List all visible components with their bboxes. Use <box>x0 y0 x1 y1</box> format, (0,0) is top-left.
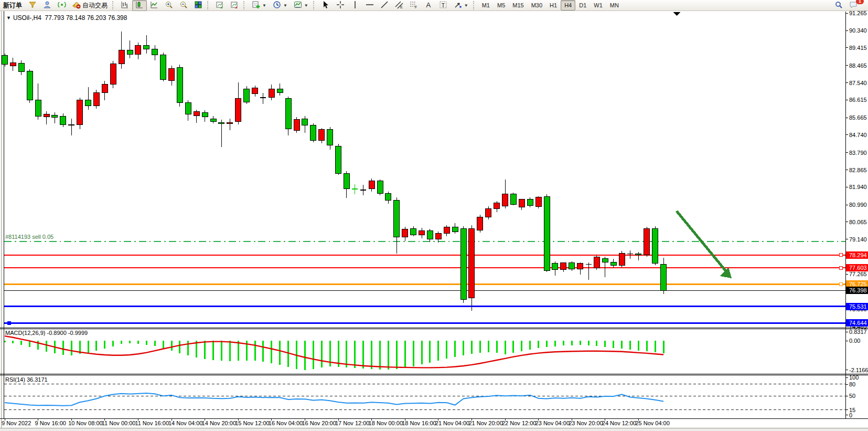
autotrading-icon <box>72 1 81 10</box>
zoom-out-button[interactable] <box>176 0 191 11</box>
candle-body <box>469 228 475 298</box>
market-filter-button[interactable] <box>25 0 40 11</box>
line-handle <box>839 282 842 286</box>
autotrading-button[interactable]: 自动交易 <box>69 0 111 11</box>
svg-text:85.665: 85.665 <box>849 114 867 121</box>
candle-body <box>310 125 316 140</box>
candle-body <box>602 259 608 262</box>
price-badge-label: 76.398 <box>849 287 867 293</box>
candle-body <box>110 64 116 85</box>
arrows-tool-button[interactable]: ▼ <box>451 0 471 11</box>
trendline-tool-button[interactable] <box>377 0 392 11</box>
candle-body <box>177 67 183 102</box>
svg-text:77.265: 77.265 <box>849 271 867 277</box>
svg-text:17 Nov 12:00: 17 Nov 12:00 <box>335 420 369 426</box>
svg-text:0.8317: 0.8317 <box>849 329 867 335</box>
candle-body <box>494 203 500 208</box>
candle-body <box>394 201 400 237</box>
profile-button[interactable] <box>40 0 55 11</box>
horizontal-line-tool-button[interactable] <box>362 0 377 11</box>
svg-text:79.140: 79.140 <box>849 236 867 243</box>
chat-button[interactable]: 1 <box>846 0 861 11</box>
line-chart-button[interactable] <box>147 0 162 11</box>
chart-canvas[interactable]: 91.26590.34089.41588.46587.54086.61585.6… <box>0 0 868 431</box>
bar-chart-icon <box>121 1 129 10</box>
timeframe-m30-button[interactable]: M30 <box>528 0 546 10</box>
chat-badge: 1 <box>856 0 864 4</box>
candle-body <box>477 217 483 230</box>
candle-body <box>202 113 208 117</box>
svg-text:84.740: 84.740 <box>849 132 867 138</box>
candle-body <box>510 194 516 205</box>
vertical-line-tool-button[interactable] <box>348 0 362 11</box>
zoom-in-button[interactable] <box>162 0 176 11</box>
svg-text:100: 100 <box>849 374 859 381</box>
tile-windows-button[interactable] <box>191 0 206 11</box>
svg-text:16 Nov 20:00: 16 Nov 20:00 <box>302 420 336 426</box>
price-badge-label: 74.644 <box>849 320 867 326</box>
candle-body <box>636 254 641 255</box>
text-tool-button[interactable]: A <box>421 0 436 11</box>
channel-tool-button[interactable]: E <box>392 0 406 11</box>
candle-body <box>411 228 416 235</box>
template-button[interactable]: ▼ <box>291 0 312 11</box>
svg-text:11 Nov 16:00: 11 Nov 16:00 <box>135 420 169 426</box>
arrange-charts-button[interactable] <box>212 0 227 11</box>
new-order-button[interactable]: 新订单 <box>0 0 25 11</box>
timeframe-mn-button[interactable]: MN <box>606 0 623 10</box>
trendline-icon <box>380 1 389 10</box>
timeframe-h4-button[interactable]: H4 <box>561 0 575 10</box>
signals-button[interactable] <box>55 0 69 11</box>
svg-text:90.340: 90.340 <box>849 27 867 34</box>
cascade-charts-button[interactable] <box>227 0 242 11</box>
candle-body <box>294 119 299 130</box>
svg-text:82.865: 82.865 <box>849 167 867 173</box>
fibonacci-tool-button[interactable]: F <box>406 0 421 11</box>
candle-body <box>127 50 133 55</box>
timeframe-m5-button[interactable]: M5 <box>494 0 509 10</box>
candle-body <box>544 197 550 271</box>
candle-body <box>227 123 233 124</box>
candle-body <box>419 230 425 235</box>
cursor-tool-button[interactable] <box>318 0 333 11</box>
bar-chart-button[interactable] <box>117 0 132 11</box>
autotrading-label: 自动交易 <box>82 1 108 10</box>
svg-text:80.990: 80.990 <box>849 202 867 208</box>
timeframe-w1-button[interactable]: W1 <box>590 0 606 10</box>
period-button[interactable]: ▼ <box>270 0 291 11</box>
svg-text:E: E <box>400 5 403 9</box>
candlestick-chart-button[interactable] <box>132 0 147 11</box>
timeframe-h1-button[interactable]: H1 <box>546 0 561 10</box>
svg-text:86.615: 86.615 <box>849 97 867 103</box>
svg-text:9 Nov 2022: 9 Nov 2022 <box>2 420 31 426</box>
chevron-down-icon: ▼ <box>262 3 266 8</box>
signals-icon <box>58 1 66 10</box>
svg-text:16 Nov 04:00: 16 Nov 04:00 <box>269 420 303 426</box>
arrows-icon <box>454 1 462 10</box>
timeframe-d1-button[interactable]: D1 <box>575 0 590 10</box>
candle-body <box>561 263 566 270</box>
tile-windows-icon <box>194 1 202 10</box>
text-label-tool-button[interactable]: T <box>436 0 451 11</box>
crosshair-icon <box>336 1 345 10</box>
vertical-line-icon <box>351 1 359 10</box>
line-handle <box>839 266 842 269</box>
svg-text:23 Nov 04:00: 23 Nov 04:00 <box>535 420 570 426</box>
candle-body <box>569 263 575 269</box>
crosshair-tool-button[interactable] <box>333 0 348 11</box>
timeframe-m15-button[interactable]: M15 <box>509 0 527 10</box>
search-button[interactable] <box>831 0 846 11</box>
svg-text:11 Nov 00:00: 11 Nov 00:00 <box>102 420 136 426</box>
candle-body <box>244 89 250 102</box>
new-chart-button[interactable]: ▼ <box>249 0 270 11</box>
timeframe-m1-button[interactable]: M1 <box>478 0 494 10</box>
svg-text:T: T <box>441 2 445 8</box>
horizontal-line-icon <box>366 1 374 10</box>
equidistant-channel-icon: E <box>395 1 403 10</box>
line-chart-icon <box>150 1 158 10</box>
candle-body <box>336 146 341 173</box>
candle-body <box>77 100 83 124</box>
candle-body <box>460 228 466 299</box>
candle-body <box>277 89 283 93</box>
chevron-down-icon: ▼ <box>304 3 308 8</box>
